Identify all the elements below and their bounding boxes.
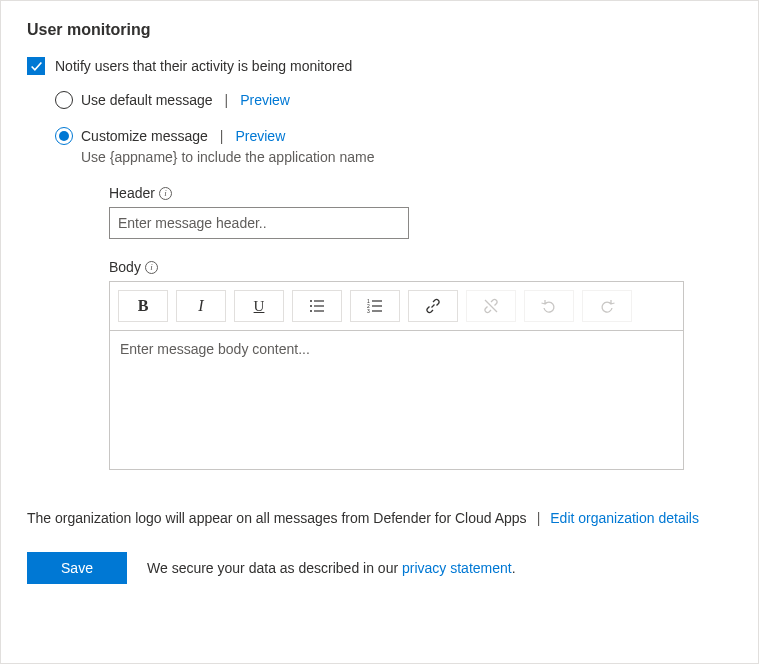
- customize-preview-link[interactable]: Preview: [235, 128, 285, 144]
- editor-toolbar: B I U 123: [109, 281, 684, 330]
- bold-icon: B: [138, 297, 149, 315]
- info-icon[interactable]: i: [159, 187, 172, 200]
- undo-icon: [541, 298, 557, 314]
- radio-unselected-icon[interactable]: [55, 91, 73, 109]
- svg-rect-9: [372, 305, 382, 306]
- svg-rect-7: [372, 300, 382, 301]
- svg-rect-3: [314, 305, 324, 306]
- org-logo-note: The organization logo will appear on all…: [27, 510, 527, 526]
- redo-button: [582, 290, 632, 322]
- unlink-button: [466, 290, 516, 322]
- underline-button[interactable]: U: [234, 290, 284, 322]
- numbered-list-icon: 123: [367, 298, 383, 314]
- customize-message-label: Customize message: [81, 128, 208, 144]
- undo-button: [524, 290, 574, 322]
- save-button[interactable]: Save: [27, 552, 127, 584]
- body-label: Body i: [109, 259, 732, 275]
- notify-checkbox-row[interactable]: Notify users that their activity is bein…: [27, 57, 732, 75]
- org-logo-note-row: The organization logo will appear on all…: [27, 510, 732, 526]
- notify-label: Notify users that their activity is bein…: [55, 58, 352, 74]
- radio-group: Use default message | Preview Customize …: [55, 91, 732, 470]
- svg-point-0: [310, 300, 312, 302]
- numbered-list-button[interactable]: 123: [350, 290, 400, 322]
- italic-button[interactable]: I: [176, 290, 226, 322]
- user-monitoring-panel: User monitoring Notify users that their …: [0, 0, 759, 664]
- customize-message-option[interactable]: Customize message | Preview: [55, 127, 732, 145]
- redo-icon: [599, 298, 615, 314]
- svg-point-2: [310, 305, 312, 307]
- section-title: User monitoring: [27, 21, 732, 39]
- svg-point-4: [310, 310, 312, 312]
- privacy-statement-link[interactable]: privacy statement: [402, 560, 512, 576]
- svg-text:3: 3: [367, 308, 370, 314]
- header-label: Header i: [109, 185, 732, 201]
- radio-selected-icon[interactable]: [55, 127, 73, 145]
- notify-checkbox[interactable]: [27, 57, 45, 75]
- edit-org-details-link[interactable]: Edit organization details: [550, 510, 699, 526]
- footer: Save We secure your data as described in…: [27, 552, 732, 584]
- default-message-option[interactable]: Use default message | Preview: [55, 91, 732, 109]
- bullet-list-button[interactable]: [292, 290, 342, 322]
- svg-rect-11: [372, 310, 382, 311]
- italic-icon: I: [198, 297, 203, 315]
- privacy-text: We secure your data as described in our …: [147, 560, 516, 576]
- svg-rect-1: [314, 300, 324, 301]
- default-message-label: Use default message: [81, 92, 213, 108]
- unlink-icon: [483, 298, 499, 314]
- customize-hint: Use {appname} to include the application…: [81, 149, 732, 165]
- link-icon: [425, 298, 441, 314]
- header-input[interactable]: [109, 207, 409, 239]
- svg-rect-5: [314, 310, 324, 311]
- body-editor[interactable]: Enter message body content...: [109, 330, 684, 470]
- default-preview-link[interactable]: Preview: [240, 92, 290, 108]
- link-button[interactable]: [408, 290, 458, 322]
- custom-form: Header i Body i B I U 123: [109, 185, 732, 470]
- check-icon: [30, 60, 43, 73]
- underline-icon: U: [254, 298, 265, 315]
- bullet-list-icon: [309, 298, 325, 314]
- info-icon[interactable]: i: [145, 261, 158, 274]
- bold-button[interactable]: B: [118, 290, 168, 322]
